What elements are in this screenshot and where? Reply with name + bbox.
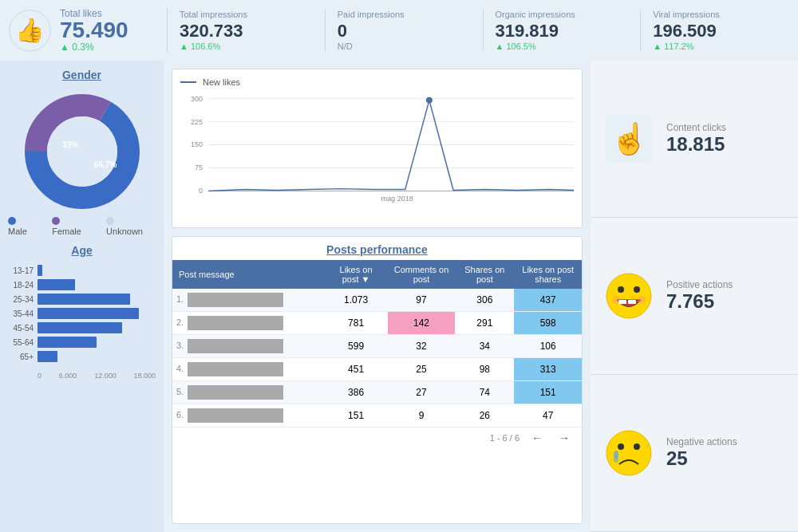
age-axis-0: 0 (38, 372, 41, 380)
age-bar (38, 265, 42, 276)
stat-value-viral-impressions: 196.509 (653, 21, 786, 41)
age-bar-container (38, 279, 156, 290)
age-bar (38, 351, 57, 362)
likes-on-shares-cell: 598 (514, 312, 582, 335)
post-thumbnail (188, 293, 283, 307)
top-stats-bar: 👍 Total likes 75.490 ▲ 0.3% Total impres… (0, 0, 798, 61)
age-bar (38, 279, 75, 290)
svg-text:mag 2018: mag 2018 (381, 195, 413, 203)
happy-emoji-svg (605, 272, 653, 320)
age-row: 65+ (8, 351, 156, 362)
metric-card-content-clicks: ☝ Content clicks 18.815 (591, 61, 798, 218)
shares-cell: 74 (455, 381, 514, 404)
positive-actions-value: 7.765 (666, 290, 733, 313)
age-bar-container (38, 265, 156, 276)
content-clicks-value: 18.815 (666, 133, 726, 156)
age-axis-3: 18.000 (133, 372, 156, 380)
total-likes-value: 75.490 (60, 19, 128, 41)
stat-total-impressions: Total impressions 320.733 ▲ 106.6% (168, 10, 326, 51)
male-label: Male (8, 227, 27, 236)
legend-female: Female (52, 217, 94, 236)
metric-card-positive-actions: Positive actions 7.765 (591, 218, 798, 375)
stat-label-viral-impressions: Viral impressions (653, 10, 786, 19)
stat-paid-impressions: Paid impressions 0 N/D (326, 10, 484, 51)
age-row-label: 65+ (8, 353, 34, 361)
svg-point-29 (638, 296, 646, 304)
female-label: Female (52, 227, 81, 236)
row-number: 5. (176, 387, 186, 396)
age-bar-container (38, 294, 156, 305)
table-row: 5. 3862774151 (172, 381, 582, 404)
svg-text:👍: 👍 (15, 15, 45, 44)
likes-on-post-cell: 1.073 (324, 289, 387, 312)
comments-cell: 32 (388, 335, 456, 358)
svg-text:150: 150 (191, 141, 203, 149)
svg-point-22 (606, 274, 651, 318)
content-clicks-info: Content clicks 18.815 (666, 122, 726, 156)
stat-change-organic-impressions: ▲ 106.5% (496, 41, 629, 51)
chart-legend: New likes (180, 77, 574, 87)
likes-on-post-cell: 386 (324, 381, 387, 404)
comments-cell: 97 (388, 289, 456, 312)
age-axis: 0 6.000 12.000 18.000 (8, 372, 156, 380)
svg-text:225: 225 (191, 118, 203, 126)
metric-card-negative-actions: Negative actions 25 (591, 375, 798, 532)
sad-face-icon (602, 428, 654, 479)
stat-viral-impressions: Viral impressions 196.509 ▲ 117.2% (641, 10, 798, 51)
sad-emoji-svg (605, 429, 653, 477)
age-row: 25-34 (8, 294, 156, 305)
likes-on-post-cell: 151 (324, 404, 387, 428)
age-section: Age 13-1718-2425-3435-4445-5455-6465+ 0 … (8, 244, 156, 380)
likes-on-post-cell: 599 (324, 335, 387, 358)
post-thumbnail (188, 362, 283, 376)
svg-rect-27 (628, 300, 636, 304)
age-row-label: 13-17 (8, 266, 34, 275)
gender-section: Gender 33% 66,7% (8, 69, 156, 236)
post-thumbnail (188, 339, 283, 353)
prev-page-button[interactable]: ← (527, 432, 547, 444)
table-footer: 1 - 6 / 6 ← → (172, 428, 582, 448)
negative-actions-value: 25 (666, 447, 737, 470)
stat-organic-impressions: Organic impressions 319.819 ▲ 106.5% (484, 10, 642, 51)
svg-point-19 (426, 97, 433, 104)
svg-text:33%: 33% (62, 140, 78, 149)
row-number: 1. (176, 294, 186, 304)
age-bar-container (38, 351, 156, 362)
post-thumbnail (188, 385, 283, 400)
likes-on-shares-cell: 151 (514, 381, 582, 404)
posts-section: Posts performance Post message Likes on … (172, 236, 583, 524)
age-row-label: 35-44 (8, 309, 34, 318)
gender-donut-chart: 33% 66,7% (8, 85, 156, 213)
post-message-cell: 3. (172, 335, 324, 358)
total-likes-block: 👍 Total likes 75.490 ▲ 0.3% (8, 8, 168, 53)
line-chart-svg: 300 225 150 75 0 mag 2018 (180, 91, 574, 203)
svg-point-32 (634, 443, 640, 450)
table-row: 6. 15192647 (172, 404, 582, 428)
right-panel: ☝ Content clicks 18.815 (591, 61, 798, 532)
svg-text:66,7%: 66,7% (94, 160, 117, 169)
legend-unknown: Unknown (106, 217, 156, 236)
svg-point-4 (47, 116, 117, 187)
happy-face-icon (602, 270, 654, 322)
svg-point-30 (606, 431, 651, 475)
likes-on-shares-cell: 437 (514, 289, 582, 312)
post-message-cell: 4. (172, 358, 324, 381)
age-bar (38, 322, 122, 333)
age-row-label: 55-64 (8, 338, 34, 347)
post-message-cell: 6. (172, 404, 324, 428)
col-likes-shares: Likes on post shares (514, 260, 582, 289)
likes-on-shares-cell: 106 (514, 335, 582, 358)
likes-on-shares-cell: 313 (514, 358, 582, 381)
hand-pointer-svg: ☝ (605, 115, 653, 163)
next-page-button[interactable]: → (555, 432, 574, 444)
col-post-message: Post message (172, 260, 324, 289)
post-thumbnail (188, 316, 283, 330)
comments-cell: 25 (388, 358, 456, 381)
age-bar-container (38, 337, 156, 348)
stat-change-total-impressions: ▲ 106.6% (180, 41, 313, 51)
table-header-row: Post message Likes on post ▼ Comments on… (172, 260, 582, 289)
comments-cell: 142 (388, 312, 456, 335)
col-shares: Shares on post (455, 260, 514, 289)
stat-change-paid-impressions: N/D (338, 41, 471, 51)
age-row: 55-64 (8, 337, 156, 348)
